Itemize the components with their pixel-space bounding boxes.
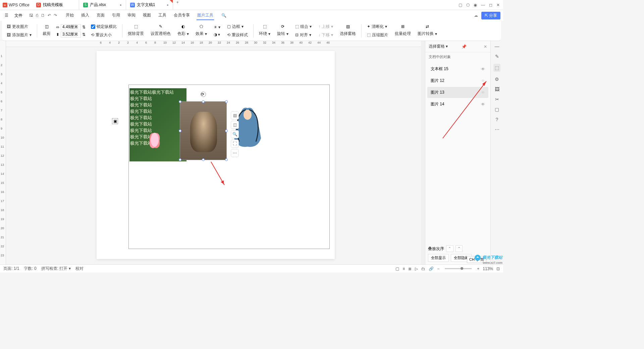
crop-button[interactable]: 裁剪 xyxy=(41,30,52,37)
eye-icon[interactable]: 👁 xyxy=(481,79,485,83)
file-menu[interactable]: 文件 xyxy=(12,11,25,20)
crop-button[interactable]: ◫ xyxy=(231,121,239,129)
hamburger-icon[interactable]: ☰ xyxy=(3,12,10,19)
checkbox[interactable] xyxy=(91,24,95,29)
layout-options-button[interactable]: ▤ xyxy=(231,111,239,119)
tab-xlsx[interactable]: S 产品.xlsx ● xyxy=(79,0,126,10)
view-mode-icon[interactable]: ▢ xyxy=(395,266,399,271)
eye-icon[interactable]: 👁 xyxy=(481,67,485,71)
show-all-button[interactable]: 全部显示 xyxy=(428,254,449,262)
reset-style-button[interactable]: ⟲ 重设样式 xyxy=(226,32,249,39)
zoom-level[interactable]: 113% xyxy=(483,266,493,271)
cube-icon[interactable]: ⬡ xyxy=(466,3,470,7)
new-tab-button[interactable]: + xyxy=(173,0,182,10)
image-lotus[interactable]: 极光下载站极光下载站 极光下载站 极光下载站 极光下载站 极光下载站 极光下载站… xyxy=(129,88,186,161)
print-icon[interactable]: ⎙ xyxy=(36,13,38,18)
minimize-button[interactable]: — xyxy=(481,3,485,7)
contrast-button[interactable]: ◑ ▾ xyxy=(212,32,222,38)
rotate-button[interactable]: 旋转▾ xyxy=(276,30,290,37)
zoom-out-button[interactable]: − xyxy=(437,266,439,271)
zoom-in-button[interactable]: + xyxy=(477,266,479,271)
word-count[interactable]: 字数: 0 xyxy=(24,266,36,271)
color-button[interactable]: 色彩▾ xyxy=(176,30,190,37)
spellcheck-status[interactable]: 拼写检查: 打开 ▾ xyxy=(41,266,71,271)
remove-bg-icon[interactable]: ⬚ xyxy=(126,24,145,29)
rotate-icon[interactable]: ⟳ xyxy=(276,24,290,29)
tab-start[interactable]: 开始 xyxy=(65,11,74,20)
tab-ref[interactable]: 引用 xyxy=(111,11,121,20)
wrap-button[interactable]: 环绕▾ xyxy=(258,30,272,37)
change-picture-button[interactable]: 🖼 更改图片 xyxy=(5,23,33,30)
help-icon[interactable]: ? xyxy=(496,117,498,122)
zoom-slider[interactable] xyxy=(445,268,472,269)
resize-handle-e[interactable] xyxy=(225,130,228,132)
tab-picture-tools[interactable]: 图片工具 xyxy=(197,11,214,20)
tab-template[interactable]: D 找稿壳模板 xyxy=(32,0,79,10)
fit-icon[interactable]: ⊡ xyxy=(496,266,500,271)
undo-icon[interactable]: ↶ xyxy=(48,13,51,18)
effects-button[interactable]: 效果▾ xyxy=(194,30,208,37)
page-info[interactable]: 页面: 1/1 xyxy=(3,266,19,271)
object-item-image12[interactable]: 图片 12👁 xyxy=(427,75,488,86)
object-item-textbox[interactable]: 文本框 15👁 xyxy=(427,63,488,74)
image-icon[interactable]: 🖼 xyxy=(495,87,499,92)
tab-insert[interactable]: 插入 xyxy=(80,11,90,20)
add-picture-button[interactable]: 🖼 添加图片 ▾ xyxy=(5,32,33,39)
move-down-btn[interactable]: ˆ xyxy=(455,245,463,252)
color-icon[interactable]: ◐ xyxy=(176,24,190,29)
web-icon[interactable]: ≣ xyxy=(408,266,412,271)
close-button[interactable]: ✕ xyxy=(496,3,500,7)
resize-handle-nw[interactable] xyxy=(179,100,181,103)
fullscreen-button[interactable]: ⛶ xyxy=(231,140,239,148)
avatar-icon[interactable]: ◉ xyxy=(474,3,477,7)
object-item-image14[interactable]: 图片 14👁 xyxy=(427,99,488,110)
image-portrait-selected[interactable]: ⟳ xyxy=(180,101,227,160)
cloud-icon[interactable]: ☁ xyxy=(474,13,478,18)
edit-icon[interactable]: ✎ xyxy=(495,54,499,59)
rotate-handle[interactable]: ⟳ xyxy=(201,92,206,97)
settings-icon[interactable]: ⚙ xyxy=(495,77,499,82)
move-up-btn[interactable]: ˇ xyxy=(446,245,453,252)
link-icon[interactable]: 🔗 xyxy=(429,266,434,271)
search-icon[interactable]: 🔍 xyxy=(221,13,226,18)
canvas-area[interactable]: 6422468101214161820222426283032343638404… xyxy=(6,41,421,264)
close-icon[interactable]: ● xyxy=(120,3,122,7)
selection-pane-icon[interactable]: ▤ xyxy=(338,24,357,29)
redo-icon[interactable]: ↷ xyxy=(54,13,57,18)
anchor-icon[interactable]: ▣ xyxy=(112,118,118,124)
compress-button[interactable]: ⬚ 压缩图片 xyxy=(366,32,389,39)
more-button[interactable]: ⋯ xyxy=(231,149,239,157)
combine-button[interactable]: ⬚ 组合 ▾ xyxy=(294,23,313,30)
resize-handle-se[interactable] xyxy=(225,158,228,161)
app-box-icon[interactable]: ▢ xyxy=(459,3,462,7)
stepper-icon[interactable]: ⇅ xyxy=(82,32,86,37)
object-item-image13[interactable]: 图片 13👁 xyxy=(427,87,488,98)
batch-icon[interactable]: ⊞ xyxy=(393,24,412,29)
save-icon[interactable]: 🖫 xyxy=(29,13,33,18)
height-input[interactable] xyxy=(61,32,81,38)
lock-ratio-checkbox[interactable]: 锁定纵横比 xyxy=(90,23,118,30)
reset-size-button[interactable]: ⟲ 重设大小 xyxy=(90,32,118,39)
tab-vip[interactable]: 会员专享 xyxy=(173,11,191,20)
share-button[interactable]: ⇱ 分享 xyxy=(481,12,500,19)
remove-bg-button[interactable]: 抠除背景 xyxy=(126,30,145,37)
tab-review[interactable]: 审阅 xyxy=(127,11,136,20)
convert-icon[interactable]: ⇄ xyxy=(416,24,438,29)
clarity-button[interactable]: ✦ 清晰化 ▾ xyxy=(366,23,389,30)
wrap-icon[interactable]: ⬚ xyxy=(258,24,272,29)
resize-handle-w[interactable] xyxy=(179,130,181,132)
page-icon[interactable]: ▢ xyxy=(495,107,499,112)
document-page[interactable]: ▣ 极光下载站极光下载站 极光下载站 极光下载站 极光下载站 极光下载站 极光下… xyxy=(97,51,335,259)
brightness-button[interactable]: ☀ ▾ xyxy=(212,24,222,30)
select-icon[interactable]: ⬚ xyxy=(493,64,500,72)
batch-button[interactable]: 批量处理 xyxy=(393,30,412,37)
collapse-icon[interactable]: — xyxy=(495,44,499,49)
stepper-icon[interactable]: ⇅ xyxy=(82,25,86,30)
close-icon[interactable]: ✕ xyxy=(484,44,487,49)
read-icon[interactable]: ▷ xyxy=(415,266,418,271)
resize-handle-ne[interactable] xyxy=(225,100,228,103)
convert-button[interactable]: 图片转换▾ xyxy=(416,30,438,37)
border-button[interactable]: ▢ 边框 ▾ xyxy=(226,23,249,30)
eye-icon[interactable]: 👁 xyxy=(481,102,485,107)
pin-icon[interactable]: 📌 xyxy=(462,44,467,49)
